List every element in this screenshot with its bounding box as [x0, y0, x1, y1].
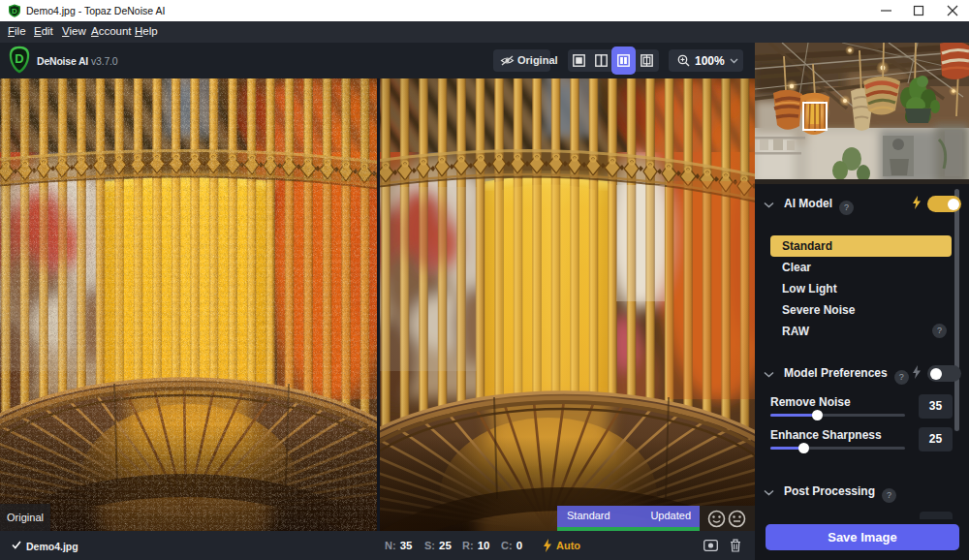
svg-text:D: D: [12, 7, 17, 16]
svg-text:D: D: [15, 51, 23, 66]
